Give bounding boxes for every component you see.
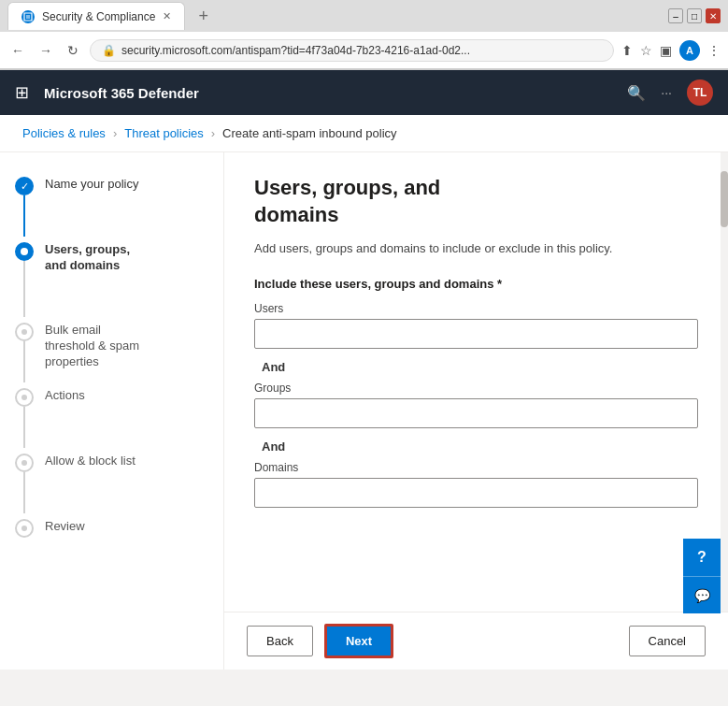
chat-button[interactable]: 💬	[683, 576, 721, 613]
favorite-button[interactable]: ☆	[640, 43, 652, 58]
step-6-dot	[21, 526, 27, 531]
side-action-panel: ? 💬	[683, 539, 721, 613]
groups-field-group: Groups	[254, 382, 698, 428]
users-input[interactable]	[254, 319, 698, 349]
include-section-label: Include these users, groups and domains …	[254, 277, 698, 291]
back-nav-button[interactable]: ←	[7, 41, 28, 60]
scrollbar-thumb[interactable]	[721, 171, 728, 227]
breadcrumb-sep-2: ›	[211, 126, 215, 140]
step-1-circle: ✓	[15, 177, 34, 195]
step-4-dot	[21, 395, 27, 400]
cancel-button[interactable]: Cancel	[629, 626, 706, 656]
scrollbar[interactable]	[721, 152, 728, 612]
main-content: ✓ Name your policy Users, groups,and dom…	[0, 152, 728, 670]
forward-nav-button[interactable]: →	[36, 41, 56, 60]
users-label: Users	[254, 302, 698, 315]
breadcrumb-current: Create anti-spam inbound policy	[222, 126, 396, 140]
and-label-1: And	[262, 360, 698, 374]
step-4-circle	[15, 388, 34, 407]
form-title: Users, groups, anddomains	[254, 175, 698, 228]
domains-label: Domains	[254, 461, 698, 474]
refresh-button[interactable]: ↻	[64, 41, 82, 60]
url-bar[interactable]: 🔒 security.microsoft.com/antispam?tid=4f…	[90, 39, 614, 62]
user-avatar[interactable]: A	[679, 40, 700, 61]
step-6-label: Review	[45, 519, 85, 535]
step-3[interactable]: Bulk emailthreshold & spamproperties	[15, 321, 208, 382]
step-2-label: Users, groups,and domains	[45, 242, 130, 274]
app-header: ⊞ Microsoft 365 Defender 🔍 ··· TL	[0, 70, 728, 115]
maximize-button[interactable]: □	[687, 8, 702, 23]
sidebar-toggle-button[interactable]: ▣	[660, 43, 672, 58]
more-options-icon[interactable]: ···	[661, 85, 672, 100]
tab-icon	[21, 10, 35, 23]
breadcrumb-policies-link[interactable]: Policies & rules	[22, 126, 106, 140]
app-title: Microsoft 365 Defender	[44, 85, 612, 101]
step-6-circle	[15, 519, 34, 538]
step-3-dot	[21, 329, 27, 335]
step-5-dot	[21, 460, 27, 466]
step-1[interactable]: ✓ Name your policy	[15, 175, 208, 237]
domains-input[interactable]	[254, 478, 698, 508]
domains-field-group: Domains	[254, 461, 698, 508]
tab-title: Security & Compliance	[42, 10, 155, 23]
breadcrumb: Policies & rules › Threat policies › Cre…	[0, 115, 728, 152]
and-label-2: And	[262, 439, 698, 454]
url-text: security.microsoft.com/antispam?tid=4f73…	[121, 44, 470, 57]
step-4[interactable]: Actions	[15, 386, 208, 448]
step-1-label: Name your policy	[45, 177, 138, 193]
step-4-label: Actions	[45, 388, 85, 404]
wizard-sidebar: ✓ Name your policy Users, groups,and dom…	[0, 152, 224, 670]
step-2-dot	[21, 248, 28, 255]
step-5[interactable]: Allow & block list	[15, 452, 208, 513]
help-button[interactable]: ?	[683, 539, 721, 576]
share-button[interactable]: ⬆	[621, 43, 633, 58]
menu-button[interactable]: ⋮	[707, 43, 721, 58]
close-button[interactable]: ✕	[706, 8, 721, 23]
new-tab-button[interactable]: +	[191, 7, 216, 26]
groups-label: Groups	[254, 382, 698, 395]
browser-tab[interactable]: Security & Compliance ✕	[7, 2, 185, 30]
lock-icon: 🔒	[102, 44, 116, 57]
wizard-footer: Back Next Cancel	[224, 612, 728, 670]
title-bar: Security & Compliance ✕ + – □ ✕	[0, 0, 728, 32]
form-description: Add users, groups and domains to include…	[254, 239, 698, 258]
step-6[interactable]: Review	[15, 517, 208, 538]
next-button[interactable]: Next	[324, 624, 393, 658]
grid-icon[interactable]: ⊞	[15, 82, 29, 103]
users-field-group: Users	[254, 302, 698, 349]
step-2[interactable]: Users, groups,and domains	[15, 240, 208, 317]
step-3-label: Bulk emailthreshold & spamproperties	[45, 323, 139, 370]
breadcrumb-threat-link[interactable]: Threat policies	[124, 126, 204, 140]
address-bar: ← → ↻ 🔒 security.microsoft.com/antispam?…	[0, 32, 728, 69]
minimize-button[interactable]: –	[668, 8, 683, 23]
breadcrumb-sep-1: ›	[113, 126, 117, 140]
back-button[interactable]: Back	[247, 626, 313, 656]
step-3-circle	[15, 323, 34, 341]
user-profile-button[interactable]: TL	[687, 79, 713, 106]
tab-close-button[interactable]: ✕	[163, 10, 171, 22]
search-icon[interactable]: 🔍	[627, 84, 646, 102]
form-area: Users, groups, anddomains Add users, gro…	[224, 152, 728, 612]
step-2-circle	[15, 242, 34, 261]
step-5-label: Allow & block list	[45, 454, 136, 469]
groups-input[interactable]	[254, 398, 698, 428]
step-5-circle	[15, 454, 34, 472]
check-icon: ✓	[21, 180, 29, 193]
